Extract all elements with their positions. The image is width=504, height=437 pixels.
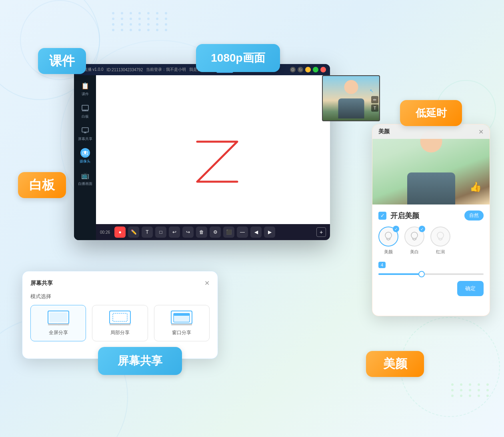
beauty-dialog-title: 美颜 (378, 128, 390, 135)
toolbar-btn-2[interactable]: T (142, 227, 153, 238)
window-icon-container (170, 310, 194, 326)
person-body-preview (338, 98, 364, 118)
toolbar-btn-4[interactable]: ↩ (169, 227, 180, 238)
refresh-btn[interactable]: ↻ (298, 67, 303, 72)
beauty-option-blush-circle (430, 227, 450, 247)
window-controls: ⚙ ↻ (290, 67, 326, 72)
beauty-white-check: ✓ (419, 226, 425, 232)
beauty-slider-thumb[interactable] (418, 271, 425, 277)
toolbar-btn-10[interactable]: ◀ (250, 227, 262, 238)
settings-btn[interactable]: ⚙ (290, 67, 296, 72)
toolbar-btn-11[interactable]: ▶ (264, 227, 275, 238)
beauty-slider-track[interactable] (378, 273, 484, 275)
svg-point-6 (84, 152, 86, 154)
beauty-toggle-label: 开启美颜 (390, 211, 419, 221)
sidebar-label-kejianlabel: 课件 (82, 92, 89, 97)
minimize-btn[interactable] (305, 67, 311, 72)
screen-share-close-btn[interactable]: ✕ (204, 279, 210, 287)
sidebar-item-kejianlabel[interactable]: 📋 课件 (76, 78, 95, 99)
kejianlabel-icon: 📋 (80, 81, 90, 90)
badge-kejianlabel: 课件 (38, 48, 86, 74)
svg-rect-18 (171, 324, 192, 325)
sidebar-label-whiteboard: 白板 (82, 114, 89, 119)
beauty-preview-area: 👍 美颜 ✕ (372, 124, 490, 204)
sidebar-item-camera[interactable]: 摄像头 (76, 146, 95, 166)
beauty-slider-fill (378, 273, 420, 275)
bottom-toolbar: 00:26 ● ✏️ T □ ↩ ↪ 🗑 ⚙ ⬛ — ◀ ▶ + (96, 224, 330, 240)
toolbar-btn-6[interactable]: 🗑 (196, 227, 207, 238)
sidebar-label-camera: 摄像头 (80, 159, 90, 164)
beauty-option-white-circle: ✓ (404, 227, 424, 247)
live-icon: 📺 (80, 170, 90, 180)
sidebar-item-whiteboard[interactable]: 白板 (76, 101, 95, 122)
sidebar-item-live[interactable]: 📺 自播画面 (76, 168, 95, 189)
beauty-option-face[interactable]: ✓ 美颜 (378, 227, 398, 255)
app-id: ID:21113042334792 (107, 68, 143, 72)
beauty-option-white[interactable]: ✓ 美白 (404, 227, 424, 255)
toolbar-btn-5[interactable]: ↪ (182, 227, 194, 238)
mode-option-fullscreen[interactable]: 全屏分享 (30, 305, 86, 341)
beauty-option-face-circle: ✓ (378, 227, 398, 247)
svg-rect-12 (113, 313, 127, 321)
fullscreen-icon (46, 310, 70, 326)
whiteboard-area[interactable]: 00:26 ● ✏️ T □ ↩ ↪ 🗑 ⚙ ⬛ — ◀ ▶ + (96, 75, 330, 240)
tool-btn-1[interactable]: ✏ (371, 96, 378, 103)
fullscreen-icon-container (46, 310, 70, 326)
sidebar: 📋 课件 白板 (74, 75, 96, 240)
svg-rect-17 (174, 313, 190, 316)
dot-grid-bottom (451, 383, 492, 397)
blush-icon (434, 231, 446, 243)
screen-share-icon (80, 126, 90, 135)
partial-icon-container (108, 310, 132, 326)
toolbar-add-btn[interactable]: + (316, 227, 326, 237)
svg-rect-0 (82, 105, 88, 110)
beauty-toggle-checkbox[interactable]: ✓ (378, 212, 386, 220)
maximize-btn[interactable] (313, 67, 318, 72)
svg-rect-11 (110, 311, 130, 324)
svg-rect-3 (82, 128, 88, 132)
beauty-dialog: 👍 美颜 ✕ ✓ 开启美颜 自然 ✓ (372, 124, 490, 316)
beauty-slider-value: 4 (378, 262, 386, 268)
tool-btn-2[interactable]: T (371, 104, 378, 112)
toolbar-btn-9[interactable]: — (237, 227, 248, 238)
app-title: 直播 v1.0.0 (84, 67, 104, 72)
screen-share-title: 屏幕共享 (30, 280, 53, 287)
beauty-option-blush-label: 红润 (436, 249, 445, 255)
mode-option-partial-label: 局部分享 (110, 329, 130, 336)
badge-low-latency: 低延时 (400, 100, 462, 126)
toolbar-btn-7[interactable]: ⚙ (210, 227, 221, 238)
beauty-option-blush[interactable]: 红润 (430, 227, 450, 255)
window-icon (170, 310, 194, 326)
close-btn[interactable] (320, 67, 326, 72)
beauty-option-face-label: 美颜 (384, 249, 393, 255)
screen-share-dialog: 屏幕共享 ✕ 模式选择 全屏分享 (22, 271, 218, 359)
face-icon (382, 231, 394, 243)
sidebar-item-screen-share[interactable]: 屏幕共享 (76, 123, 95, 144)
mode-label: 模式选择 (30, 293, 210, 300)
mode-option-partial[interactable]: 局部分享 (92, 305, 148, 341)
beauty-tab-natural[interactable]: 自然 (464, 210, 484, 221)
badge-screen-share: 屏幕共享 (98, 347, 182, 375)
badge-beauty: 美颜 (366, 351, 424, 377)
tool-buttons: ✏ T (371, 96, 378, 112)
svg-point-19 (385, 232, 392, 239)
mode-option-window[interactable]: 窗口分享 (154, 305, 210, 341)
beauty-toggle-row: ✓ 开启美颜 自然 (378, 210, 484, 221)
svg-point-21 (437, 232, 444, 239)
toolbar-btn-3[interactable]: □ (155, 227, 166, 238)
beauty-face-check: ✓ (393, 226, 399, 232)
beauty-options-row: ✓ 美颜 ✓ 美白 (378, 227, 484, 255)
beauty-confirm-btn[interactable]: 确定 (457, 281, 484, 296)
partial-icon (108, 310, 132, 326)
person-head-preview (344, 80, 358, 94)
mode-option-window-label: 窗口分享 (172, 329, 191, 336)
beauty-dialog-close-btn[interactable]: ✕ (478, 128, 484, 136)
sidebar-label-screen-share: 屏幕共享 (78, 136, 92, 142)
beauty-person-body (407, 172, 455, 204)
window-layout: 📋 课件 白板 (74, 75, 330, 240)
toolbar-record-btn[interactable]: ● (114, 227, 126, 238)
toolbar-btn-1[interactable]: ✏️ (128, 227, 139, 238)
mode-option-fullscreen-label: 全屏分享 (49, 329, 68, 336)
mode-options: 全屏分享 局部分享 (30, 305, 210, 341)
toolbar-btn-8[interactable]: ⬛ (223, 227, 234, 238)
